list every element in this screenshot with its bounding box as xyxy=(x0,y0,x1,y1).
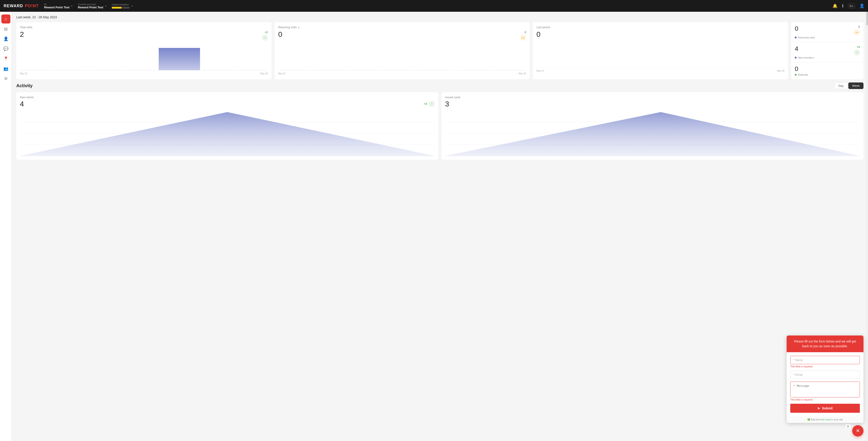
sidebar-item-chat[interactable]: 💬 xyxy=(1,44,10,53)
info-icon[interactable]: ℹ xyxy=(842,3,844,8)
week-toggle-button[interactable]: Week xyxy=(848,83,864,89)
email-input[interactable] xyxy=(790,371,860,379)
new-clients-card: New clients 4 +4 ↑ xyxy=(16,92,438,160)
language-selector[interactable]: En xyxy=(848,4,855,8)
submit-label: Submit xyxy=(822,406,833,410)
day-toggle-button[interactable]: Day xyxy=(835,83,847,89)
returning-visits-chart-svg xyxy=(278,43,526,70)
home-icon: ⌂ xyxy=(4,17,7,22)
user-section[interactable]: Hi, Reward Point Test ▾ xyxy=(44,3,72,9)
implementation-progress-fill xyxy=(112,7,122,8)
sidebar-item-users[interactable]: 👥 xyxy=(1,64,10,73)
svg-marker-21 xyxy=(20,112,435,156)
main-content: Last week, 22 - 28 May 2023 Total visits… xyxy=(12,12,868,441)
right-new-members-arrow-icon: ↑ xyxy=(854,50,860,55)
total-visits-chart-svg xyxy=(20,43,268,70)
implementation-progress-bar xyxy=(112,7,130,8)
logo-point-text: PO!NT xyxy=(25,4,39,8)
right-returning-value: 0 xyxy=(795,25,798,32)
date-range: Last week, 22 - 28 May 2023 xyxy=(16,15,864,19)
message-input[interactable] xyxy=(790,382,860,398)
returning-visits-chart: May 22 May 28 xyxy=(278,43,526,70)
last-period-chart-svg xyxy=(536,41,784,68)
new-clients-chart xyxy=(20,111,435,156)
chat-bubble-button[interactable]: ✕ xyxy=(852,425,864,437)
sidebar-item-clients[interactable]: 👤 xyxy=(1,34,10,43)
new-clients-label: New clients xyxy=(20,96,435,99)
hi-label: Hi, xyxy=(44,3,69,6)
account-user: Reward Point Test xyxy=(44,6,69,9)
right-referrals-value: 0 xyxy=(795,65,798,72)
user-profile-icon[interactable]: 👤 xyxy=(860,3,864,8)
logo-reward-text: REWARD xyxy=(4,4,23,8)
clients-icon: 👤 xyxy=(3,36,8,41)
svg-marker-26 xyxy=(445,112,860,156)
total-visits-label: Total visits xyxy=(20,26,32,29)
popup-body: This field is required This field is req… xyxy=(786,352,864,416)
nav-icons: 🔔 ℹ En 👤 xyxy=(833,3,864,8)
chart-start-date-3: May 22 xyxy=(536,70,544,72)
total-visits-delta: +2 xyxy=(265,31,268,34)
total-visits-value: 2 xyxy=(20,31,24,38)
right-returning-section: 0 0 — Returning visits xyxy=(791,22,864,42)
stats-row: Total visits 2 +2 ↑ xyxy=(16,22,864,79)
notifications-icon[interactable]: 🔔 xyxy=(833,3,837,8)
activity-title: Activity xyxy=(16,83,33,88)
last-period-label: Last period xyxy=(536,26,550,29)
right-new-members-section: 4 +4 ↑ New members xyxy=(791,42,864,62)
last-period-value: 0 xyxy=(536,31,540,38)
new-clients-delta: +4 xyxy=(424,102,427,105)
current-account-label: Current account: xyxy=(78,3,103,6)
new-clients-badges: +4 ↑ xyxy=(424,101,435,107)
logo[interactable]: REWARD PO!NT xyxy=(4,4,39,8)
returning-visits-label: Returning visits xyxy=(278,26,297,29)
last-period-card: Last period 0 May 22 May 28 xyxy=(533,22,788,79)
current-account-section[interactable]: Current account: Reward Point Test ▾ xyxy=(78,3,106,9)
settings-icon: ⚙ xyxy=(4,76,8,81)
right-new-members-value: 4 xyxy=(795,45,798,53)
sidebar-item-location[interactable]: 📍 xyxy=(1,54,10,63)
chart-end-date: May 28 xyxy=(260,72,268,75)
returning-visits-arrow-icon: — xyxy=(520,35,526,41)
submit-button[interactable]: ➤ Submit xyxy=(790,404,860,413)
location-icon: 📍 xyxy=(3,56,8,61)
new-clients-value: 4 xyxy=(20,100,24,108)
chart-start-date-2: May 22 xyxy=(278,72,286,75)
issued-cards-chart xyxy=(445,111,860,156)
contact-form-popup: Please fill out the form below and we wi… xyxy=(786,336,864,423)
chat-icon: 💬 xyxy=(3,46,8,51)
day-week-toggle: Day Week xyxy=(835,83,864,89)
name-input[interactable] xyxy=(790,356,860,364)
sidebar-item-cards[interactable]: ▤ xyxy=(1,24,10,33)
activity-header: Activity Day Week xyxy=(16,83,864,89)
scrollbar[interactable] xyxy=(866,12,868,441)
right-stats-panel: 0 0 — Returning visits 4 +4 ↑ xyxy=(791,22,864,79)
users-icon: 👥 xyxy=(3,66,8,71)
issued-cards-label: Issued cards xyxy=(445,96,860,99)
new-clients-arrow-icon: ↑ xyxy=(429,101,435,107)
submit-arrow-icon: ➤ xyxy=(817,406,820,410)
sidebar-item-home[interactable]: ⌂ xyxy=(1,14,10,24)
right-referrals-label: Referrals xyxy=(798,73,808,76)
issued-cards-chart-svg xyxy=(445,111,860,156)
name-error: This field is required xyxy=(790,365,860,368)
right-returning-arrow-icon: — xyxy=(854,29,860,35)
live-chat-link[interactable]: live chat xyxy=(821,418,830,421)
issued-cards-value: 3 xyxy=(445,100,449,108)
implementation-section[interactable]: Implementation: ▾ xyxy=(112,3,133,8)
activity-cards: New clients 4 +4 ↑ xyxy=(16,92,864,160)
popup-header-text: Please fill out the form below and we wi… xyxy=(786,336,864,352)
chart-end-date-2: May 28 xyxy=(519,72,526,75)
chart-end-date-3: May 28 xyxy=(777,70,784,72)
message-count-badge: 0 xyxy=(845,424,851,429)
chart-start-date: May 22 xyxy=(20,72,27,75)
right-returning-label: Returning visits xyxy=(798,36,815,39)
right-returning-delta: 0 xyxy=(858,25,860,28)
message-error: This field is required xyxy=(790,398,860,401)
last-period-chart: May 22 May 28 xyxy=(536,41,784,68)
account-chevron-icon: ▾ xyxy=(105,5,106,7)
sidebar-item-settings[interactable]: ⚙ xyxy=(1,74,10,83)
returning-visits-chevron-icon[interactable]: ▾ xyxy=(298,26,299,29)
implementation-label: Implementation: xyxy=(112,3,130,6)
popup-footer: 🌿 Add free live chat to your site xyxy=(786,416,864,423)
